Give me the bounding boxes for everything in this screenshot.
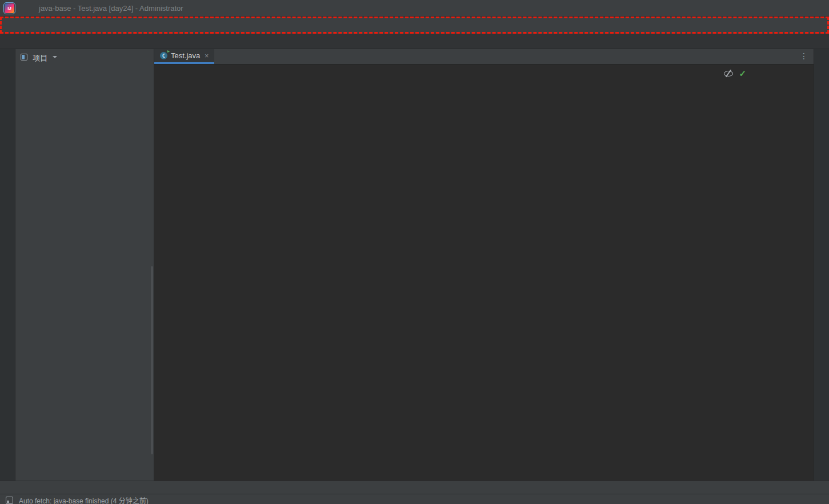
more-options-icon[interactable]: ⋮ [800, 51, 808, 61]
main-toolbar [0, 17, 829, 34]
close-icon[interactable]: × [205, 52, 209, 60]
project-panel: 项目 [15, 49, 154, 481]
project-view-icon [19, 53, 29, 62]
tab-label: Test.java [171, 51, 200, 60]
breadcrumb [0, 34, 829, 49]
status-bar: Auto fetch: java-base finished (4 分钟之前) [0, 494, 829, 504]
tool-window-bar [0, 481, 829, 494]
chevron-down-icon[interactable] [53, 56, 57, 58]
right-tool-strip [814, 49, 829, 481]
editor-pane: C Test.java × ⋮ ✓ [154, 49, 814, 481]
project-tree [15, 65, 154, 481]
editor-tab-bar: C Test.java × ⋮ [154, 49, 814, 64]
editor-widgets: ✓ [724, 68, 746, 79]
app-logo-icon: IJ [5, 3, 14, 13]
inspections-ok-icon[interactable]: ✓ [739, 68, 746, 79]
window-title: java-base - Test.java [day24] - Administ… [39, 4, 183, 13]
reader-mode-eye-icon[interactable] [724, 70, 733, 77]
tab-test-java[interactable]: C Test.java × [154, 49, 214, 64]
project-panel-header: 项目 [15, 49, 154, 65]
tool-window-layout-icon[interactable] [6, 497, 13, 504]
code-minimap[interactable] [753, 65, 812, 67]
class-icon: C [160, 52, 167, 59]
project-scrollbar[interactable] [151, 266, 153, 454]
title-bar: IJ java-base - Test.java [day24] - Admin… [0, 0, 829, 17]
project-panel-title[interactable]: 项目 [33, 52, 47, 63]
code-area[interactable] [154, 64, 814, 481]
left-tool-strip [0, 49, 15, 481]
status-message: Auto fetch: java-base finished (4 分钟之前) [19, 495, 149, 504]
